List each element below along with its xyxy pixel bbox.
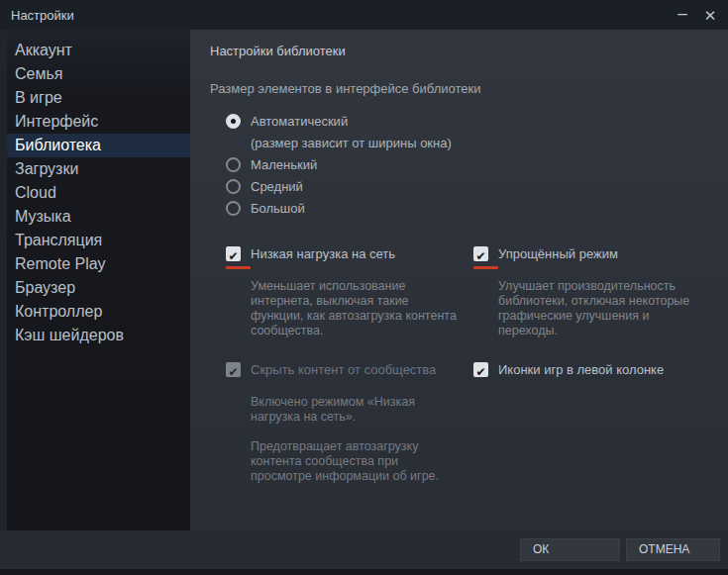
cancel-button[interactable]: ОТМЕНА [626,538,720,561]
minimize-icon[interactable]: – [675,6,690,21]
sidebar-item-cloud[interactable]: Cloud [7,181,190,205]
checkbox-low-bandwidth[interactable]: ✔ Низкая нагрузка на сеть [226,246,473,261]
hide-community-description-1: Включено режимом «Низкая нагрузка на сет… [251,395,461,425]
close-icon[interactable]: ✕ [702,8,718,23]
window-controls: – ✕ [675,0,718,30]
ok-button[interactable]: ОК [520,538,620,561]
radio-automatic[interactable]: Автоматический [226,113,708,130]
checkbox-checked-icon: ✔ [226,246,241,261]
sidebar-item-family[interactable]: Семья [7,62,190,86]
sidebar-item-library[interactable]: Библиотека [7,134,190,157]
hide-community-section: ✔ Скрыть контент от сообщества Включено … [226,362,473,484]
checkbox-game-icons[interactable]: ✔ Иконки игр в левой колонке [473,362,711,377]
radio-circle-icon [226,179,241,194]
sidebar-item-browser[interactable]: Браузер [7,276,190,300]
radio-small-label: Маленький [251,156,317,173]
red-underline [473,266,498,269]
size-radio-group: Автоматический (размер зависит от ширины… [226,113,708,217]
library-settings-panel: Настройки библиотеки Размер элементов в … [190,30,728,530]
radio-medium[interactable]: Средний [226,178,708,195]
checkbox-game-icons-label: Иконки игр в левой колонке [498,362,664,377]
sidebar-item-music[interactable]: Музыка [7,205,190,229]
game-icons-section: ✔ Иконки игр в левой колонке [473,362,711,484]
footer: ОК ОТМЕНА [0,530,728,569]
radio-large-label: Большой [251,200,305,217]
size-section-label: Размер элементов в интерфейсе библиотеки [210,81,708,96]
window-bottom-border [0,569,728,575]
checkbox-checked-icon: ✔ [473,246,488,261]
sidebar-item-interface[interactable]: Интерфейс [7,110,190,134]
simplified-mode-description: Улучшает производительность библиотеки, … [498,279,711,338]
sidebar-item-ingame[interactable]: В игре [7,86,190,110]
radio-circle-icon [226,114,241,129]
simplified-mode-section: ✔ Упрощённый режим Улучшает производител… [473,246,711,338]
radio-automatic-sublabel: (размер зависит от ширины окна) [251,135,708,151]
checkbox-checked-icon: ✔ [473,362,488,377]
radio-medium-label: Средний [251,178,303,195]
checkbox-simplified-mode[interactable]: ✔ Упрощённый режим [473,246,711,261]
sidebar-item-broadcast[interactable]: Трансляция [7,229,190,252]
sidebar-item-shader-cache[interactable]: Кэш шейдеров [7,324,190,347]
checkbox-hide-community: ✔ Скрыть контент от сообщества [226,362,473,377]
low-bandwidth-section: ✔ Низкая нагрузка на сеть Уменьшает испо… [226,246,473,338]
radio-circle-icon [226,201,241,216]
radio-large[interactable]: Большой [226,200,708,217]
sidebar-item-downloads[interactable]: Загрузки [7,157,190,181]
sidebar-item-controller[interactable]: Контроллер [7,300,190,324]
settings-sidebar: Аккаунт Семья В игре Интерфейс Библиотек… [7,30,190,530]
radio-small[interactable]: Маленький [226,156,708,173]
hide-community-description-2: Предотвращает автозагрузку контента сооб… [251,439,461,484]
checkbox-simplified-mode-label: Упрощённый режим [498,246,618,261]
radio-automatic-label: Автоматический [251,113,348,130]
red-underline [226,266,251,269]
titlebar: Настройки [0,0,728,30]
window-title: Настройки [11,8,74,23]
checkbox-checked-disabled-icon: ✔ [226,362,241,377]
sidebar-item-remote-play[interactable]: Remote Play [7,252,190,276]
checkbox-grid: ✔ Низкая нагрузка на сеть Уменьшает испо… [226,246,708,484]
checkbox-hide-community-label: Скрыть контент от сообщества [251,362,436,377]
radio-circle-icon [226,157,241,172]
page-title: Настройки библиотеки [210,44,708,58]
low-bandwidth-description: Уменьшает использование интернета, выклю… [251,279,461,338]
checkbox-low-bandwidth-label: Низкая нагрузка на сеть [251,246,395,261]
sidebar-item-account[interactable]: Аккаунт [7,39,190,62]
